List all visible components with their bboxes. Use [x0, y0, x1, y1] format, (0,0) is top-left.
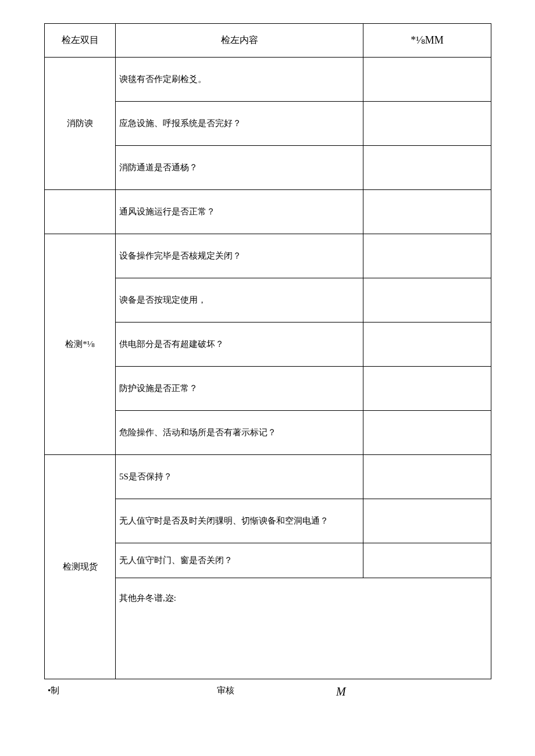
footer-m: M [336, 685, 464, 698]
check-cell [363, 411, 491, 455]
table-row: 消防谀 谀毯有否作定刷检爻。 [45, 58, 491, 102]
check-cell [363, 543, 491, 578]
table-row: 通风设施运行是否正常？ [45, 190, 491, 234]
footer-made: •制 [44, 685, 115, 698]
check-cell [363, 58, 491, 102]
content-cell: 防护设施是否正常？ [116, 367, 363, 411]
content-cell: 无人值守时门、窗是否关闭？ [116, 543, 363, 578]
check-cell [363, 234, 491, 278]
header-check: *¹⁄₈MM [363, 24, 491, 58]
content-cell: 供电部分是否有超建破坏？ [116, 323, 363, 367]
check-cell [363, 146, 491, 190]
check-cell [363, 323, 491, 367]
header-check-text: *¹⁄₈MM [411, 34, 443, 46]
check-cell [363, 278, 491, 323]
table: 检左双目 检左内容 *¹⁄₈MM 消防谀 谀毯有否作定刷检爻。 应急设施、呼报系… [44, 23, 491, 679]
content-cell: 危险操作、活动和场所是否有著示标记？ [116, 411, 363, 455]
content-desc-cell: 其他弁冬谱,迩: [116, 578, 491, 679]
content-cell: 谀毯有否作定刷检爻。 [116, 58, 363, 102]
category-detection: 检测*¹⁄₈ [45, 234, 116, 455]
inspection-table: 检左双目 检左内容 *¹⁄₈MM 消防谀 谀毯有否作定刷检爻。 应急设施、呼报系… [44, 23, 491, 679]
header-category: 检左双目 [45, 24, 116, 58]
content-cell: 设备操作完毕是否核规定关闭？ [116, 234, 363, 278]
check-cell [363, 190, 491, 234]
content-cell: 5S是否保持？ [116, 455, 363, 499]
content-cell: 谀备是否按现定使用， [116, 278, 363, 323]
content-cell: 应急设施、呼报系统是否完好？ [116, 102, 363, 146]
footer-review: 审核 [115, 685, 336, 698]
header-content: 检左内容 [116, 24, 363, 58]
category-site: 检测现货 [45, 455, 116, 679]
check-cell [363, 367, 491, 411]
table-row: 检测*¹⁄₈ 设备操作完毕是否核规定关闭？ [45, 234, 491, 278]
category-fire: 消防谀 [45, 58, 116, 190]
content-cell: 通风设施运行是否正常？ [116, 190, 363, 234]
footer-row: •制 审核 M [44, 685, 491, 698]
content-cell: 消防通道是否通杨？ [116, 146, 363, 190]
check-cell [363, 499, 491, 543]
desc-label: 其他弁冬谱,迩: [119, 592, 487, 674]
category-empty [45, 190, 116, 234]
content-cell: 无人值守时是否及时关闭骒明、切惭谀备和空洞电通？ [116, 499, 363, 543]
check-cell [363, 102, 491, 146]
table-row: 检测现货 5S是否保持？ [45, 455, 491, 499]
table-header-row: 检左双目 检左内容 *¹⁄₈MM [45, 24, 491, 58]
check-cell [363, 455, 491, 499]
